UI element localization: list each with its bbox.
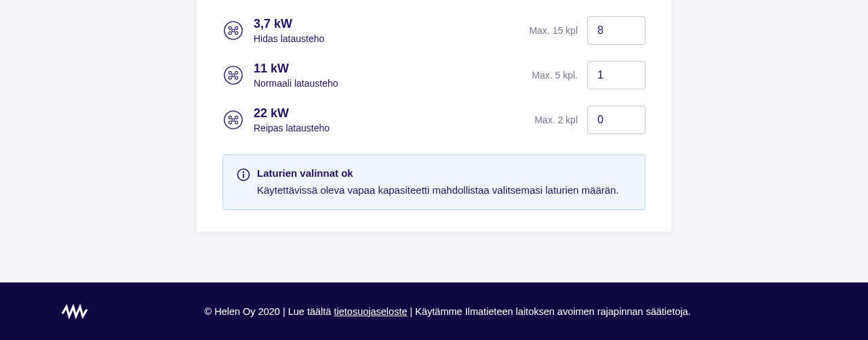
- svg-point-0: [224, 22, 242, 39]
- charger-plug-icon: [222, 109, 244, 131]
- info-box: Laturien valinnat ok Käytettävissä oleva…: [222, 154, 646, 210]
- svg-rect-20: [243, 174, 244, 178]
- svg-point-5: [235, 32, 238, 35]
- charger-qty-input-11kw[interactable]: [587, 61, 646, 89]
- helen-logo-icon: [61, 301, 88, 322]
- svg-point-13: [229, 116, 231, 119]
- footer-weather-note: Käytämme Ilmatieteen laitoksen avoimen r…: [415, 306, 690, 317]
- svg-point-6: [224, 66, 242, 84]
- charger-speed-label: Normaali latausteho: [254, 78, 532, 89]
- svg-point-16: [229, 121, 231, 124]
- svg-point-15: [232, 119, 235, 121]
- charger-max-label: Max. 2 kpl: [534, 114, 578, 125]
- charger-row-3-7kw: 3,7 kW Hidas latausteho Max. 15 kpl: [222, 8, 646, 53]
- page-footer: © Helen Oy 2020 | Lue täältä tietosuojas…: [0, 282, 868, 340]
- charger-row-11kw: 11 kW Normaali latausteho Max. 5 kpl.: [222, 53, 646, 98]
- svg-point-1: [229, 26, 231, 29]
- footer-privacy-prefix: Lue täältä: [288, 306, 334, 317]
- svg-point-7: [229, 71, 231, 74]
- charger-max-label: Max. 15 kpl: [529, 25, 578, 36]
- info-icon: [237, 168, 250, 182]
- svg-point-2: [235, 26, 238, 29]
- charger-qty-input-3-7kw[interactable]: [587, 16, 646, 45]
- footer-copyright: © Helen Oy 2020: [204, 306, 279, 317]
- svg-point-8: [235, 71, 238, 74]
- charger-speed-label: Hidas latausteho: [254, 33, 529, 44]
- info-body: Käytettävissä oleva vapaa kapasiteetti m…: [257, 183, 631, 197]
- charger-plug-icon: [222, 20, 244, 41]
- svg-point-17: [235, 121, 238, 124]
- charger-card: 3,7 kW Hidas latausteho Max. 15 kpl 11 k…: [197, 0, 671, 232]
- svg-point-11: [235, 77, 238, 79]
- charger-qty-input-22kw[interactable]: [587, 106, 646, 134]
- charger-speed-label: Reipas latausteho: [254, 123, 534, 133]
- info-title: Laturien valinnat ok: [257, 167, 631, 179]
- charger-plug-icon: [222, 64, 244, 86]
- charger-max-label: Max. 5 kpl.: [532, 70, 578, 81]
- charger-row-22kw: 22 kW Reipas latausteho Max. 2 kpl: [222, 98, 646, 142]
- svg-point-9: [232, 74, 235, 77]
- charger-labels: 3,7 kW Hidas latausteho: [254, 17, 529, 44]
- svg-point-10: [229, 77, 231, 79]
- svg-point-14: [235, 116, 238, 119]
- svg-point-4: [229, 32, 231, 35]
- charger-power-label: 11 kW: [254, 62, 532, 77]
- footer-text: © Helen Oy 2020 | Lue täältä tietosuojas…: [88, 306, 807, 317]
- charger-power-label: 3,7 kW: [254, 17, 529, 32]
- privacy-link[interactable]: tietosuojaseloste: [334, 306, 407, 317]
- svg-point-3: [232, 29, 235, 32]
- svg-point-12: [224, 111, 242, 129]
- charger-labels: 22 kW Reipas latausteho: [254, 106, 534, 133]
- svg-point-19: [243, 171, 244, 173]
- charger-labels: 11 kW Normaali latausteho: [254, 62, 532, 89]
- info-content: Laturien valinnat ok Käytettävissä oleva…: [257, 167, 631, 197]
- charger-power-label: 22 kW: [254, 106, 534, 121]
